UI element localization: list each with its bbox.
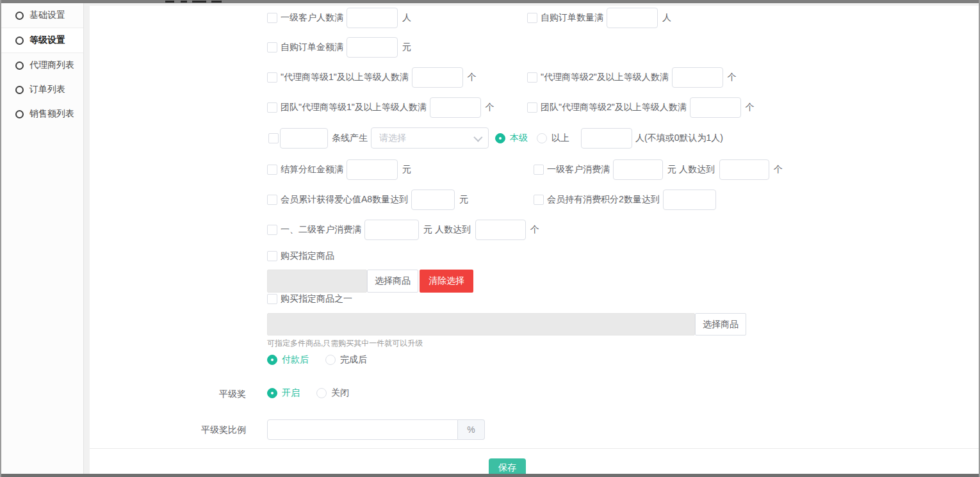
checkbox-dividend-amount[interactable] bbox=[267, 165, 277, 175]
checkbox-consume-points2[interactable] bbox=[534, 195, 544, 205]
radio-label-local[interactable]: 本级 bbox=[510, 133, 528, 144]
field-suffix: 人 bbox=[402, 12, 411, 24]
field-suffix: 个 bbox=[774, 164, 783, 175]
field-label: 购买指定商品 bbox=[281, 250, 334, 262]
field-team-agent-level1-count: 团队"代理商等级1"及以上等级人数满 个 bbox=[267, 97, 494, 118]
field-consume-points2: 会员持有消费积分2数量达到 bbox=[534, 189, 716, 210]
input-agent-level2-count[interactable] bbox=[672, 67, 723, 88]
field-agent-level1-count: "代理商等级1"及以上等级人数满 个 bbox=[267, 67, 477, 88]
field-level12-customer-spend: 一、二级客户消费满 元 人数达到 个 bbox=[267, 219, 539, 240]
level-select[interactable]: 请选择 bbox=[371, 127, 489, 149]
sidebar-item-label: 订单列表 bbox=[29, 84, 65, 95]
checkbox-line-condition[interactable] bbox=[268, 133, 279, 143]
input-self-order-amount[interactable] bbox=[347, 37, 398, 58]
checkbox-agent-level1-count[interactable] bbox=[267, 72, 277, 83]
field-label: 购买指定商品之一 bbox=[281, 293, 352, 305]
field-label: 自购订单金额满 bbox=[281, 42, 343, 53]
field-label: 自购订单数量满 bbox=[541, 12, 603, 24]
radio-peer-award-off[interactable] bbox=[316, 388, 327, 398]
input-love-value-a8[interactable] bbox=[411, 190, 455, 210]
radio-label-off[interactable]: 关闭 bbox=[331, 387, 349, 399]
sidebar-gap-strip bbox=[83, 3, 90, 474]
peer-award-radio-group: 开启 关闭 bbox=[267, 388, 358, 398]
field-buy-one-of: 购买指定商品之一 bbox=[267, 294, 355, 304]
peer-ratio-label: 平级奖比例 bbox=[179, 424, 246, 436]
field-suffix: 人 bbox=[662, 12, 671, 24]
input-dividend-amount[interactable] bbox=[347, 159, 398, 180]
radio-above-level[interactable] bbox=[537, 133, 547, 143]
input-team-agent-level1-count[interactable] bbox=[430, 97, 481, 118]
field-suffix: 元 人数达到 bbox=[667, 164, 715, 175]
field-label: 一、二级客户消费满 bbox=[281, 224, 361, 236]
input-level12-customer-spend-count[interactable] bbox=[475, 220, 526, 240]
window-frame-bottom bbox=[0, 474, 980, 477]
peer-ratio-input[interactable] bbox=[267, 419, 458, 440]
checkbox-buy-specified[interactable] bbox=[267, 251, 277, 261]
input-self-order-count[interactable] bbox=[607, 8, 658, 28]
sidebar-item-level-settings[interactable]: 等级设置 bbox=[1, 28, 83, 53]
multi-product-hint: 可指定多件商品,只需购买其中一件就可以升级 bbox=[267, 338, 423, 349]
field-suffix: 个 bbox=[728, 72, 737, 83]
sidebar-item-sales-list[interactable]: 销售额列表 bbox=[1, 102, 83, 126]
field-love-value-a8: 会员累计获得爱心值A8数量达到 元 bbox=[267, 189, 468, 210]
field-team-agent-level2-count: 团队"代理商等级2"及以上等级人数满 个 bbox=[527, 97, 755, 118]
window-frame-left bbox=[0, 0, 1, 477]
field-label: 条线产生 bbox=[332, 133, 368, 144]
field-agent-level2-count: "代理商等级2"及以上等级人数满 个 bbox=[527, 67, 737, 88]
input-level12-customer-spend[interactable] bbox=[364, 220, 419, 240]
clear-selection-button[interactable]: 清除选择 bbox=[420, 270, 473, 293]
buy-one-of-picker-row: 选择商品 bbox=[267, 313, 746, 336]
checkbox-agent-level2-count[interactable] bbox=[527, 72, 537, 83]
page: 基础设置 等级设置 代理商列表 订单列表 销售额列表 一级客户人数满 人 自购订… bbox=[0, 0, 980, 477]
checkbox-level12-customer-spend[interactable] bbox=[267, 225, 277, 235]
field-suffix: 个 bbox=[468, 72, 477, 83]
field-suffix: 个 bbox=[746, 102, 755, 113]
sidebar-item-agent-list[interactable]: 代理商列表 bbox=[1, 53, 83, 77]
sidebar-item-label: 销售额列表 bbox=[29, 108, 74, 120]
select-product-button[interactable]: 选择商品 bbox=[367, 270, 418, 293]
checkbox-team-agent-level1-count[interactable] bbox=[267, 102, 277, 113]
field-label: "代理商等级2"及以上等级人数满 bbox=[541, 72, 669, 83]
input-team-agent-level2-count[interactable] bbox=[690, 97, 741, 118]
radio-label-on[interactable]: 开启 bbox=[282, 387, 300, 399]
sidebar-item-basic-settings[interactable]: 基础设置 bbox=[1, 3, 83, 28]
input-line-count[interactable] bbox=[280, 128, 328, 149]
field-level1-customer-count: 一级客户人数满 人 bbox=[267, 7, 411, 28]
sidebar-item-label: 基础设置 bbox=[29, 10, 65, 21]
radio-local-level[interactable] bbox=[495, 133, 505, 143]
window-frame-top bbox=[0, 0, 980, 3]
input-level1-customer-count[interactable] bbox=[347, 8, 398, 28]
input-level1-customer-spend-count[interactable] bbox=[719, 159, 769, 180]
checkbox-buy-one-of[interactable] bbox=[267, 294, 277, 304]
field-label: 一级客户消费满 bbox=[547, 164, 610, 175]
radio-after-payment[interactable] bbox=[267, 355, 277, 365]
radio-label-after-payment[interactable]: 付款后 bbox=[282, 354, 309, 366]
select-product-button-2[interactable]: 选择商品 bbox=[695, 313, 746, 336]
field-label: 结算分红金额满 bbox=[281, 164, 343, 175]
selected-products-display bbox=[267, 313, 695, 336]
input-level1-customer-spend[interactable] bbox=[613, 159, 663, 180]
checkbox-love-value-a8[interactable] bbox=[267, 195, 277, 205]
checkbox-self-order-count[interactable] bbox=[527, 13, 537, 23]
radio-after-completion[interactable] bbox=[325, 355, 336, 365]
input-consume-points2[interactable] bbox=[663, 190, 716, 210]
field-suffix: 个 bbox=[486, 102, 494, 113]
radio-circle-icon bbox=[15, 36, 24, 45]
field-level1-customer-spend: 一级客户消费满 元 人数达到 个 bbox=[534, 159, 783, 180]
percent-append: % bbox=[458, 419, 485, 440]
input-agent-level1-count[interactable] bbox=[412, 67, 463, 88]
radio-label-above[interactable]: 以上 bbox=[551, 133, 569, 144]
radio-label-after-completion[interactable]: 完成后 bbox=[340, 354, 367, 366]
checkbox-level1-customer-count[interactable] bbox=[267, 13, 277, 23]
radio-peer-award-on[interactable] bbox=[267, 388, 277, 398]
field-label: 团队"代理商等级1"及以上等级人数满 bbox=[281, 102, 427, 113]
field-label: 会员累计获得爱心值A8数量达到 bbox=[281, 194, 408, 206]
input-line-people-count[interactable] bbox=[581, 128, 632, 149]
sidebar-item-order-list[interactable]: 订单列表 bbox=[1, 77, 83, 102]
field-buy-specified: 购买指定商品 bbox=[267, 251, 338, 261]
checkbox-level1-customer-spend[interactable] bbox=[534, 165, 544, 175]
checkbox-self-order-amount[interactable] bbox=[267, 42, 277, 53]
checkbox-team-agent-level2-count[interactable] bbox=[527, 102, 537, 113]
radio-circle-icon bbox=[15, 86, 24, 94]
field-label: 一级客户人数满 bbox=[281, 12, 343, 24]
